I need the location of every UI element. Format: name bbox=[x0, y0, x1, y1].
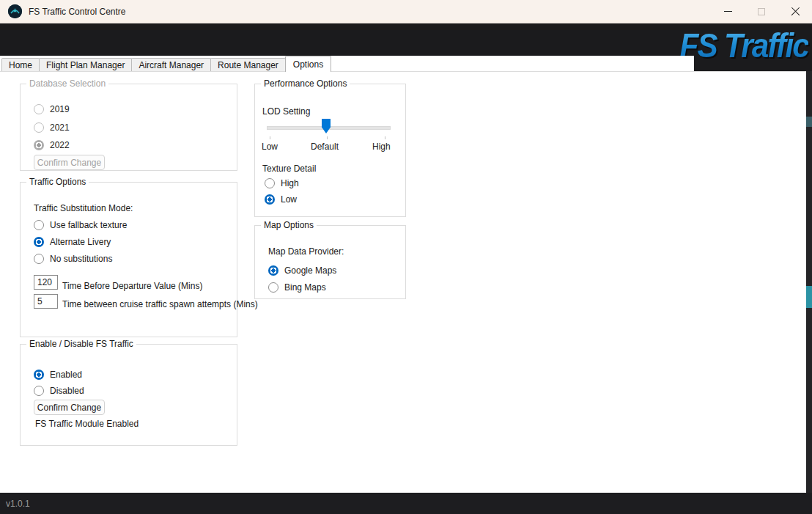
slider-mark-default: Default bbox=[311, 142, 339, 152]
radio-label: Low bbox=[281, 194, 297, 205]
confirm-database-change-button[interactable]: Confirm Change bbox=[34, 155, 105, 170]
version-label: v1.0.1 bbox=[6, 499, 30, 509]
radio-use-fallback-texture[interactable]: Use fallback texture bbox=[34, 219, 127, 231]
tab-flight-plan-manager[interactable]: Flight Plan Manager bbox=[39, 58, 132, 72]
status-bar: v1.0.1 bbox=[0, 493, 812, 514]
group-title: Traffic Options bbox=[26, 177, 89, 187]
slider-tick-low bbox=[270, 136, 270, 139]
slider-mark-low: Low bbox=[262, 142, 278, 152]
tab-label: Aircraft Manager bbox=[139, 60, 204, 70]
radio-2022[interactable]: 2022 bbox=[34, 139, 70, 151]
window-title: FS Traffic Control Centre bbox=[29, 7, 126, 17]
confirm-enable-change-button[interactable]: Confirm Change bbox=[34, 400, 105, 415]
radio-icon bbox=[34, 237, 44, 247]
group-enable-disable: Enable / Disable FS Traffic Enabled Disa… bbox=[20, 344, 237, 446]
tab-route-manager[interactable]: Route Manager bbox=[210, 58, 286, 72]
tab-aircraft-manager[interactable]: Aircraft Manager bbox=[131, 58, 211, 72]
slider-tick-default bbox=[327, 136, 328, 139]
radio-disabled[interactable]: Disabled bbox=[34, 385, 84, 397]
tab-home[interactable]: Home bbox=[1, 58, 40, 72]
radio-enabled[interactable]: Enabled bbox=[34, 369, 82, 381]
radio-label: Alternate Livery bbox=[50, 237, 111, 247]
radio-icon bbox=[34, 254, 44, 264]
traffic-substitution-mode-label: Traffic Substitution Mode: bbox=[34, 203, 133, 213]
maximize-icon bbox=[758, 8, 765, 15]
radio-icon bbox=[265, 194, 275, 205]
time-before-departure-label: Time Before Departure Value (Mins) bbox=[62, 281, 202, 291]
radio-google-maps[interactable]: Google Maps bbox=[268, 265, 336, 276]
time-before-departure-input[interactable] bbox=[34, 275, 58, 290]
group-traffic-options: Traffic Options Traffic Substitution Mod… bbox=[20, 182, 237, 337]
right-edge-strip bbox=[806, 71, 812, 493]
radio-icon bbox=[34, 370, 44, 380]
radio-label: Bing Maps bbox=[284, 282, 326, 293]
module-status-text: FS Traffic Module Enabled bbox=[35, 419, 139, 429]
minimize-icon bbox=[724, 11, 732, 12]
tab-label: Options bbox=[293, 59, 323, 70]
radio-icon bbox=[34, 104, 44, 114]
radio-2021[interactable]: 2021 bbox=[34, 122, 70, 133]
minimize-button[interactable] bbox=[711, 0, 745, 23]
close-icon bbox=[791, 7, 800, 16]
radio-label: Disabled bbox=[50, 386, 84, 396]
map-data-provider-label: Map Data Provider: bbox=[268, 246, 344, 257]
radio-label: Enabled bbox=[50, 370, 82, 380]
tab-strip: Home Flight Plan Manager Aircraft Manage… bbox=[0, 56, 694, 72]
radio-icon bbox=[34, 386, 44, 396]
app-icon bbox=[8, 4, 22, 18]
tab-label: Flight Plan Manager bbox=[46, 60, 125, 70]
close-button[interactable] bbox=[778, 0, 812, 23]
button-label: Confirm Change bbox=[37, 158, 101, 168]
button-label: Confirm Change bbox=[37, 403, 101, 413]
radio-bing-maps[interactable]: Bing Maps bbox=[268, 282, 326, 293]
radio-label: 2019 bbox=[50, 104, 70, 114]
radio-2019[interactable]: 2019 bbox=[34, 103, 70, 115]
radio-icon bbox=[34, 122, 44, 133]
right-strip-accent bbox=[806, 286, 812, 308]
radio-label: Google Maps bbox=[284, 265, 336, 276]
group-title: Database Selection bbox=[26, 78, 108, 89]
lod-setting-label: LOD Setting bbox=[262, 106, 310, 117]
cruise-spawn-interval-input[interactable] bbox=[34, 294, 58, 309]
right-strip-accent-faint bbox=[806, 117, 812, 127]
group-title: Enable / Disable FS Traffic bbox=[26, 339, 136, 349]
group-title: Performance Options bbox=[261, 78, 350, 89]
radio-texture-high[interactable]: High bbox=[265, 177, 299, 189]
radio-icon bbox=[268, 282, 278, 293]
group-title: Map Options bbox=[261, 220, 317, 230]
fs-traffic-logo: FS Traffic bbox=[679, 24, 808, 68]
radio-texture-low[interactable]: Low bbox=[265, 194, 297, 205]
radio-alternate-livery[interactable]: Alternate Livery bbox=[34, 236, 111, 248]
app-icon-graphic bbox=[8, 4, 22, 18]
radio-label: Use fallback texture bbox=[50, 220, 127, 230]
header-band: FS Traffic Home Flight Plan Manager Airc… bbox=[0, 23, 812, 71]
tab-label: Route Manager bbox=[218, 60, 278, 70]
radio-label: 2021 bbox=[50, 122, 70, 133]
radio-label: No substitutions bbox=[50, 254, 112, 264]
radio-icon bbox=[34, 140, 44, 150]
texture-detail-label: Texture Detail bbox=[262, 164, 316, 174]
radio-label: High bbox=[281, 178, 299, 188]
options-page: Database Selection 2019 2021 2022 Confir… bbox=[0, 71, 806, 493]
cruise-spawn-interval-label: Time between cruise traffic spawn attemp… bbox=[62, 299, 258, 309]
radio-icon bbox=[34, 220, 44, 230]
tab-options[interactable]: Options bbox=[285, 56, 331, 72]
titlebar: FS Traffic Control Centre bbox=[0, 0, 812, 23]
group-performance-options: Performance Options LOD Setting Low Defa… bbox=[254, 84, 406, 217]
maximize-button[interactable] bbox=[745, 0, 778, 23]
radio-label: 2022 bbox=[50, 140, 70, 150]
radio-icon bbox=[268, 265, 278, 276]
slider-mark-high: High bbox=[372, 142, 391, 152]
group-database-selection: Database Selection 2019 2021 2022 Confir… bbox=[20, 84, 237, 171]
tab-label: Home bbox=[9, 60, 32, 70]
slider-tick-high bbox=[385, 136, 385, 139]
radio-icon bbox=[265, 178, 275, 188]
lod-slider-thumb[interactable] bbox=[322, 119, 331, 133]
window-controls bbox=[711, 0, 812, 23]
radio-no-substitutions[interactable]: No substitutions bbox=[34, 253, 112, 265]
group-map-options: Map Options Map Data Provider: Google Ma… bbox=[254, 225, 406, 299]
